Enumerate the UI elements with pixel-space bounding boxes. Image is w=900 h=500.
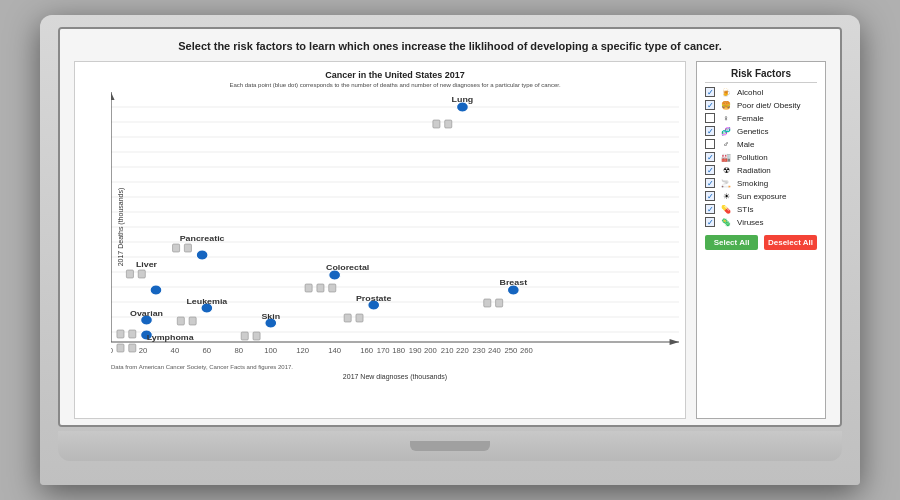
laptop-base bbox=[58, 431, 842, 461]
svg-text:Breast: Breast bbox=[500, 279, 528, 287]
risk-item[interactable]: ✓🏭Pollution bbox=[705, 152, 817, 162]
svg-rect-80 bbox=[117, 330, 124, 338]
risk-items-container: ✓🍺Alcohol✓🍔Poor diet/ Obesity♀Female✓🧬Ge… bbox=[705, 87, 817, 227]
svg-text:Prostate: Prostate bbox=[356, 295, 392, 303]
risk-checkbox[interactable]: ✓ bbox=[705, 165, 715, 175]
svg-rect-88 bbox=[241, 332, 248, 340]
risk-checkbox[interactable]: ✓ bbox=[705, 100, 715, 110]
svg-text:220: 220 bbox=[456, 348, 469, 355]
risk-factor-label: Pollution bbox=[737, 153, 768, 162]
svg-rect-61 bbox=[329, 284, 336, 292]
svg-point-78 bbox=[150, 285, 162, 295]
svg-rect-77 bbox=[138, 270, 145, 278]
risk-checkbox[interactable]: ✓ bbox=[705, 217, 715, 227]
risk-item[interactable]: ✓☀Sun exposure bbox=[705, 191, 817, 201]
x-axis-label: 2017 New diagnoses (thousands) bbox=[343, 373, 447, 380]
risk-item[interactable]: ♂Male bbox=[705, 139, 817, 149]
svg-text:60: 60 bbox=[203, 348, 212, 355]
svg-text:100: 100 bbox=[264, 348, 277, 355]
laptop-shell: Select the risk factors to learn which o… bbox=[40, 15, 860, 485]
svg-text:Leukemia: Leukemia bbox=[186, 298, 227, 306]
risk-factor-label: Viruses bbox=[737, 218, 764, 227]
svg-rect-69 bbox=[184, 244, 191, 252]
risk-item[interactable]: ✓🦠Viruses bbox=[705, 217, 817, 227]
svg-text:240: 240 bbox=[488, 348, 501, 355]
risk-factor-icon: ♀ bbox=[719, 114, 733, 123]
risk-item[interactable]: ✓☢Radiation bbox=[705, 165, 817, 175]
risk-factor-label: Radiation bbox=[737, 166, 771, 175]
risk-checkbox[interactable]: ✓ bbox=[705, 152, 715, 162]
risk-factor-icon: ☀ bbox=[719, 192, 733, 201]
risk-factor-icon: 🚬 bbox=[719, 179, 733, 188]
risk-checkbox[interactable] bbox=[705, 113, 715, 123]
svg-point-70 bbox=[196, 250, 208, 260]
svg-rect-60 bbox=[317, 284, 324, 292]
svg-rect-92 bbox=[117, 344, 124, 352]
svg-text:210: 210 bbox=[441, 348, 454, 355]
svg-text:40: 40 bbox=[171, 348, 180, 355]
risk-factor-label: Genetics bbox=[737, 127, 769, 136]
select-all-button[interactable]: Select All bbox=[705, 235, 758, 250]
risk-item[interactable]: ✓🚬Smoking bbox=[705, 178, 817, 188]
button-row: Select All Deselect All bbox=[705, 235, 817, 250]
chart-area: Cancer in the United States 2017 Each da… bbox=[74, 61, 686, 419]
svg-rect-84 bbox=[344, 314, 351, 322]
svg-text:190: 190 bbox=[409, 348, 422, 355]
svg-rect-65 bbox=[496, 299, 503, 307]
svg-rect-64 bbox=[484, 299, 491, 307]
risk-factor-label: Alcohol bbox=[737, 88, 763, 97]
svg-text:260: 260 bbox=[520, 348, 533, 355]
svg-text:20: 20 bbox=[139, 348, 148, 355]
risk-item[interactable]: ✓🍔Poor diet/ Obesity bbox=[705, 100, 817, 110]
svg-marker-18 bbox=[670, 339, 679, 345]
risk-item[interactable]: ✓🍺Alcohol bbox=[705, 87, 817, 97]
risk-factor-icon: 🦠 bbox=[719, 218, 733, 227]
svg-text:Lymphoma: Lymphoma bbox=[147, 334, 194, 342]
svg-text:Skin: Skin bbox=[261, 313, 280, 321]
risk-checkbox[interactable]: ✓ bbox=[705, 191, 715, 201]
risk-item[interactable]: ✓💊STIs bbox=[705, 204, 817, 214]
risk-checkbox[interactable] bbox=[705, 139, 715, 149]
screen-content: Select the risk factors to learn which o… bbox=[60, 29, 840, 425]
svg-text:120: 120 bbox=[296, 348, 309, 355]
risk-factors-panel: Risk Factors ✓🍺Alcohol✓🍔Poor diet/ Obesi… bbox=[696, 61, 826, 419]
chart-title: Cancer in the United States 2017 bbox=[111, 70, 679, 80]
svg-text:Pancreatic: Pancreatic bbox=[180, 235, 225, 243]
svg-rect-59 bbox=[305, 284, 312, 292]
risk-checkbox[interactable]: ✓ bbox=[705, 178, 715, 188]
risk-factor-icon: 🏭 bbox=[719, 153, 733, 162]
risk-factor-label: Sun exposure bbox=[737, 192, 786, 201]
svg-rect-93 bbox=[129, 344, 136, 352]
laptop-screen: Select the risk factors to learn which o… bbox=[58, 27, 842, 427]
risk-factor-label: Poor diet/ Obesity bbox=[737, 101, 801, 110]
chart-svg: 160 150 140 130 120 110 100 90 80 70 60 … bbox=[111, 92, 679, 362]
svg-text:200: 200 bbox=[424, 348, 437, 355]
svg-text:180: 180 bbox=[392, 348, 405, 355]
svg-text:Colorectal: Colorectal bbox=[326, 264, 369, 272]
svg-text:Lung: Lung bbox=[452, 96, 474, 104]
risk-factor-label: Male bbox=[737, 140, 754, 149]
risk-factor-label: Female bbox=[737, 114, 764, 123]
risk-factor-icon: ♂ bbox=[719, 140, 733, 149]
risk-checkbox[interactable]: ✓ bbox=[705, 204, 715, 214]
data-source: Data from American Cancer Society, Cance… bbox=[111, 364, 679, 370]
risk-factor-icon: 🧬 bbox=[719, 127, 733, 136]
svg-rect-81 bbox=[129, 330, 136, 338]
risk-item[interactable]: ✓🧬Genetics bbox=[705, 126, 817, 136]
svg-rect-68 bbox=[173, 244, 180, 252]
risk-factor-icon: 🍔 bbox=[719, 101, 733, 110]
risk-item[interactable]: ♀Female bbox=[705, 113, 817, 123]
y-axis-label: 2017 Deaths (thousands) bbox=[117, 188, 124, 267]
svg-text:0: 0 bbox=[111, 348, 113, 355]
risk-checkbox[interactable]: ✓ bbox=[705, 126, 715, 136]
svg-rect-76 bbox=[126, 270, 133, 278]
svg-text:230: 230 bbox=[473, 348, 486, 355]
svg-text:140: 140 bbox=[328, 348, 341, 355]
risk-checkbox[interactable]: ✓ bbox=[705, 87, 715, 97]
content-row: Cancer in the United States 2017 Each da… bbox=[74, 61, 826, 419]
risk-factor-icon: 💊 bbox=[719, 205, 733, 214]
deselect-all-button[interactable]: Deselect All bbox=[764, 235, 817, 250]
risk-factor-icon: 🍺 bbox=[719, 88, 733, 97]
svg-rect-55 bbox=[433, 120, 440, 128]
svg-rect-73 bbox=[189, 317, 196, 325]
